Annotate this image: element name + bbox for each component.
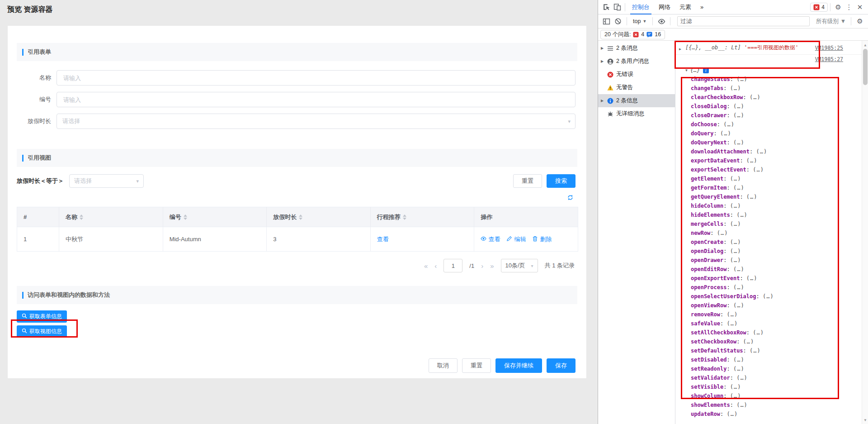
pagination-prev-button[interactable]: ‹ <box>434 262 437 270</box>
object-property-row[interactable]: getElement: (…) <box>691 174 868 183</box>
save-and-continue-button[interactable]: 保存并继续 <box>495 358 542 373</box>
source-link[interactable]: VM1985:27 <box>815 56 843 62</box>
object-property-row[interactable]: openDialog: (…) <box>691 247 868 256</box>
object-property-row[interactable]: getQueryElement: (…) <box>691 192 868 201</box>
object-property-row[interactable]: closeDrawer: (…) <box>691 111 868 120</box>
form-text-input[interactable] <box>57 92 576 107</box>
object-property-row[interactable]: setReadonly: (…) <box>691 364 868 373</box>
object-property-row[interactable]: getFormItem: (…) <box>691 183 868 192</box>
table-column-header[interactable]: 放假时长 <box>267 207 371 227</box>
clear-console-icon[interactable] <box>613 16 623 27</box>
scroll-up-icon[interactable]: ▲ <box>862 42 868 48</box>
table-column-header[interactable]: 行程推荐 <box>370 207 474 227</box>
disclosure-triangle-icon[interactable]: ▶ <box>679 45 681 53</box>
object-property-row[interactable]: openProcess: (…) <box>691 283 868 292</box>
object-property-row[interactable]: openViewRow: (…) <box>691 301 868 310</box>
sort-icon[interactable] <box>299 214 302 220</box>
form-text-input-control[interactable] <box>62 74 570 82</box>
sort-icon[interactable] <box>80 214 83 220</box>
object-property-row[interactable]: exportDataEvent: (…) <box>691 156 868 165</box>
object-property-row[interactable]: openDrawer: (…) <box>691 256 868 265</box>
object-property-row[interactable]: doChoose: (…) <box>691 120 868 129</box>
device-toolbar-icon[interactable] <box>612 2 623 13</box>
close-devtools-icon[interactable]: ✕ <box>854 2 865 13</box>
page-size-select[interactable]: 10条/页 ▾ <box>501 259 538 272</box>
object-property-row[interactable]: doQuery: (…) <box>691 129 868 138</box>
object-property-row[interactable]: hideColumn: (…) <box>691 201 868 210</box>
error-count-badge[interactable]: 4 <box>810 3 828 12</box>
object-property-row[interactable]: setValidator: (…) <box>691 373 868 382</box>
object-property-row[interactable]: clearCheckboxRow: (…) <box>691 93 868 102</box>
row-action-1[interactable]: 编辑 <box>506 235 526 243</box>
get-view-info-button[interactable]: 获取视图信息 <box>17 325 67 338</box>
form-select-field[interactable]: 请选择▾ <box>57 114 576 129</box>
sort-icon[interactable] <box>184 214 187 220</box>
execution-context-select[interactable]: top ▼ <box>630 18 649 24</box>
reset-button[interactable]: 重置 <box>513 174 542 188</box>
object-property-row[interactable]: setCheckboxRow: (…) <box>691 337 868 346</box>
object-property-row[interactable]: exportSelectEvent: (…) <box>691 165 868 174</box>
object-property-row[interactable]: openCreate: (…) <box>691 238 868 247</box>
source-link[interactable]: VM1985:25 <box>815 44 843 52</box>
row-action-2[interactable]: 删除 <box>532 235 552 243</box>
object-property-row[interactable]: removeRow: (…) <box>691 310 868 319</box>
cancel-button[interactable]: 取消 <box>429 358 458 373</box>
tab-console[interactable]: 控制台 <box>627 0 654 14</box>
object-property-row[interactable]: downloadAttachment: (…) <box>691 147 868 156</box>
table-column-header[interactable]: 名称 <box>59 207 163 227</box>
trip-view-link[interactable]: 查看 <box>377 236 389 243</box>
table-column-header[interactable]: 编号 <box>163 207 267 227</box>
sidebar-item-user-messages[interactable]: ▶2 条用户消息 <box>598 55 675 68</box>
issues-chip[interactable]: 20 个问题: 4 16 <box>600 30 665 39</box>
form-text-input-control[interactable] <box>62 96 570 104</box>
row-action-0[interactable]: 查看 <box>481 235 500 243</box>
object-property-row[interactable]: showColumn: (…) <box>691 391 868 400</box>
scrollbar-thumb[interactable] <box>863 49 868 85</box>
log-array-preview[interactable]: [{…}, __ob__: Lt] <box>685 44 741 51</box>
object-property-row[interactable]: mergeCells: (…) <box>691 219 868 229</box>
object-property-row[interactable]: setDisabled: (…) <box>691 355 868 364</box>
object-property-row[interactable]: openEditRow: (…) <box>691 265 868 274</box>
get-form-info-button[interactable]: 获取表单信息 <box>17 310 67 323</box>
kebab-menu-icon[interactable]: ⋮ <box>844 2 854 13</box>
sort-icon[interactable] <box>403 214 406 220</box>
object-property-row[interactable]: doQueryNext: (…) <box>691 138 868 147</box>
object-property-row[interactable]: openExportEvent: (…) <box>691 274 868 283</box>
console-scrollbar[interactable]: ▲ ▼ <box>862 41 868 424</box>
object-property-row[interactable]: hideElements: (…) <box>691 210 868 219</box>
object-property-row[interactable]: openSelectUserDialog: (…) <box>691 292 868 301</box>
pagination-current-page[interactable]: 1 <box>443 259 462 272</box>
live-expression-eye-icon[interactable] <box>656 16 667 27</box>
inspect-element-icon[interactable] <box>601 2 612 13</box>
sidebar-item-messages[interactable]: ▶2 条消息 <box>598 42 675 55</box>
object-property-row[interactable]: newRow: (…) <box>691 229 868 238</box>
filter-duration-select[interactable]: 请选择 ▾ <box>69 174 144 188</box>
sidebar-item-errors[interactable]: 无错误 <box>598 68 675 81</box>
object-property-row[interactable]: showElements: (…) <box>691 400 868 410</box>
console-sidebar-toggle-icon[interactable] <box>601 16 612 27</box>
reset-form-button[interactable]: 重置 <box>462 358 491 373</box>
tab-more[interactable]: » <box>696 0 708 14</box>
object-property-row[interactable]: setDefaultStatus: (…) <box>691 346 868 355</box>
object-property-row[interactable]: changeTabs: (…) <box>691 84 868 93</box>
object-property-row[interactable]: setVisible: (…) <box>691 382 868 391</box>
object-property-row[interactable]: safeValue: (…) <box>691 319 868 328</box>
tab-network[interactable]: 网络 <box>654 0 675 14</box>
console-filter-input[interactable] <box>677 16 809 26</box>
disclosure-triangle-icon[interactable]: ▼ <box>685 68 688 72</box>
object-property-row[interactable]: changeStatus: (…) <box>691 75 868 84</box>
save-button[interactable]: 保存 <box>547 358 576 373</box>
scroll-down-icon[interactable]: ▼ <box>862 417 868 423</box>
search-button[interactable]: 搜索 <box>547 174 576 188</box>
form-text-input[interactable] <box>57 70 576 86</box>
sidebar-item-info[interactable]: ▶2 条信息 <box>598 94 675 107</box>
settings-gear-icon[interactable]: ⚙ <box>833 2 844 13</box>
console-settings-gear-icon[interactable]: ⚙ <box>854 16 865 27</box>
log-levels-select[interactable]: 所有级别 ▼ <box>814 18 848 25</box>
object-property-row[interactable]: closeDialog: (…) <box>691 102 868 111</box>
sidebar-item-warnings[interactable]: 无警告 <box>598 81 675 94</box>
pagination-last-button[interactable]: » <box>490 262 494 270</box>
tab-elements[interactable]: 元素 <box>675 0 696 14</box>
sidebar-item-verbose[interactable]: 无详细消息 <box>598 107 675 120</box>
pagination-first-button[interactable]: « <box>424 262 428 270</box>
